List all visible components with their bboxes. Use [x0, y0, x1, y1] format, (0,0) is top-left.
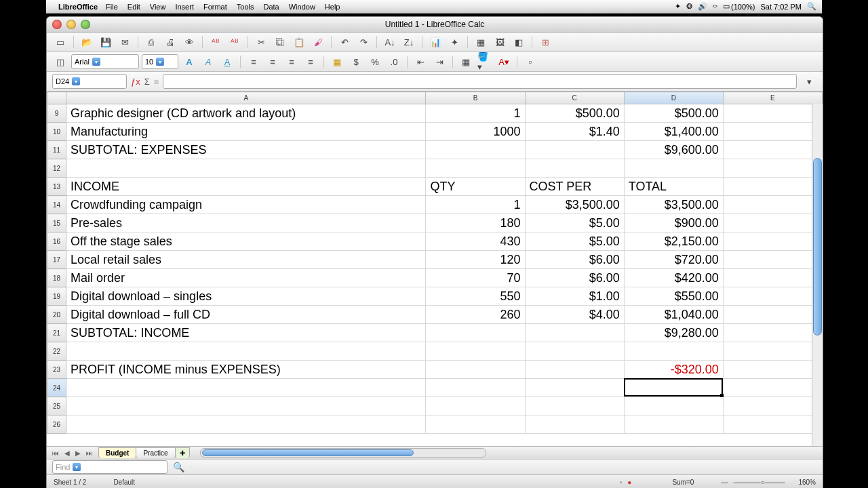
formula-input[interactable] — [163, 74, 797, 89]
row-21[interactable]: 21SUBTOTAL: INCOME$9,280.00 — [47, 324, 823, 342]
vertical-scroll-thumb[interactable] — [813, 158, 822, 336]
cell[interactable]: 1000 — [426, 123, 525, 141]
find-next-icon[interactable]: 🔍 — [173, 462, 184, 472]
cell[interactable] — [723, 361, 822, 379]
cell[interactable]: Digital download – full CD — [66, 306, 426, 324]
cell[interactable] — [426, 379, 525, 397]
cell[interactable]: Off the stage sales — [66, 232, 426, 251]
menu-window[interactable]: Window — [289, 3, 315, 11]
pdf-icon[interactable]: ⎙ — [143, 35, 159, 49]
cell[interactable]: SUBTOTAL: EXPENSES — [66, 141, 426, 159]
cell[interactable] — [723, 397, 822, 415]
cell[interactable]: INCOME — [66, 178, 426, 196]
cell[interactable]: Mail order — [66, 269, 426, 287]
spellcheck-icon[interactable]: ᴬᴮ — [208, 35, 224, 49]
cell[interactable] — [525, 159, 624, 178]
row-header[interactable]: 21 — [47, 324, 66, 342]
zoom-slider[interactable]: ————○——— — [733, 479, 785, 486]
window-titlebar[interactable]: Untitled 1 - LibreOffice Calc — [47, 17, 823, 33]
menu-edit[interactable]: Edit — [127, 3, 140, 11]
cell[interactable]: 1 — [426, 196, 525, 214]
autospell-icon[interactable]: ᴬᴮ — [226, 35, 243, 49]
number-icon[interactable]: .0 — [386, 54, 402, 69]
row-17[interactable]: 17Local retail sales120$6.00$720.00 — [47, 251, 823, 269]
chart-icon[interactable]: 📊 — [427, 35, 443, 49]
tab-nav-next-icon[interactable]: ▶ — [73, 449, 83, 457]
cell[interactable] — [525, 397, 624, 415]
cell[interactable] — [723, 196, 822, 214]
row-20[interactable]: 20Digital download – full CD260$4.00$1,0… — [47, 306, 823, 324]
row-25[interactable]: 25 — [47, 397, 823, 415]
row-header[interactable]: 22 — [47, 342, 66, 361]
fontcolor-icon[interactable]: A▾ — [496, 54, 512, 69]
cell[interactable]: 180 — [426, 214, 525, 232]
cell[interactable]: $6.00 — [525, 269, 624, 287]
clock[interactable]: Sat 7:02 PM — [760, 3, 802, 11]
row-header[interactable]: 15 — [47, 214, 66, 232]
cell[interactable]: Graphic designer (CD artwork and layout) — [66, 104, 426, 123]
cell[interactable]: $9,600.00 — [624, 141, 723, 159]
cell[interactable] — [723, 287, 822, 306]
styles-icon[interactable]: ◫ — [52, 54, 68, 69]
cell[interactable]: $720.00 — [624, 251, 723, 269]
cell[interactable]: 120 — [426, 251, 525, 269]
sort-desc-icon[interactable]: Z↓ — [401, 35, 417, 49]
font-size-combo[interactable]: 10▾ — [142, 54, 178, 69]
cell[interactable]: $5.00 — [525, 214, 624, 232]
cell[interactable] — [723, 214, 822, 232]
app-name[interactable]: LibreOffice — [58, 3, 98, 11]
sort-asc-icon[interactable]: A↓ — [382, 35, 398, 49]
row-11[interactable]: 11SUBTOTAL: EXPENSES$9,600.00 — [47, 141, 823, 159]
cell[interactable]: Manufacturing — [66, 123, 426, 141]
row-header[interactable]: 17 — [47, 251, 66, 269]
find-input[interactable]: Find▾ — [52, 460, 167, 474]
status-sheet[interactable]: Sheet 1 / 2 — [54, 479, 86, 486]
cell[interactable] — [723, 269, 822, 287]
col-header-D[interactable]: D — [624, 92, 723, 104]
email-icon[interactable]: ✉ — [117, 35, 133, 49]
cell[interactable]: $500.00 — [525, 104, 624, 123]
status-sum[interactable]: Sum=0 — [672, 479, 694, 486]
cell[interactable] — [723, 379, 822, 397]
row-10[interactable]: 10Manufacturing1000$1.40$1,400.00 — [47, 123, 823, 141]
cell[interactable] — [624, 342, 723, 361]
object-icon[interactable]: ◧ — [511, 35, 527, 49]
cell[interactable] — [525, 324, 624, 342]
sum-icon[interactable]: Σ — [144, 77, 150, 87]
inc-indent-icon[interactable]: ⇥ — [431, 54, 448, 69]
paste-icon[interactable]: 📋 — [291, 35, 307, 49]
cell[interactable] — [525, 141, 624, 159]
wifi-icon[interactable]: ⌔ — [713, 3, 717, 11]
cell[interactable] — [723, 306, 822, 324]
redo-icon[interactable]: ↷ — [355, 35, 372, 49]
row-14[interactable]: 14Crowdfunding campaign1$3,500.00$3,500.… — [47, 196, 823, 214]
battery-icon[interactable]: ▭ (100%) — [723, 2, 755, 11]
cell[interactable]: $1,040.00 — [624, 306, 723, 324]
add-sheet-icon[interactable]: ✚ — [175, 447, 190, 458]
spotlight-icon[interactable]: 🔍 — [807, 2, 816, 11]
cell[interactable] — [66, 159, 426, 178]
status-zoom[interactable]: 160% — [798, 479, 816, 486]
cell[interactable] — [723, 415, 822, 434]
cell[interactable]: Crowdfunding campaign — [66, 196, 426, 214]
cell[interactable] — [624, 379, 723, 397]
align-justify-icon[interactable]: ≡ — [302, 54, 319, 69]
cell[interactable] — [426, 141, 525, 159]
menu-help[interactable]: Help — [325, 3, 340, 11]
cell[interactable] — [525, 379, 624, 397]
horizontal-scrollbar[interactable] — [200, 448, 486, 458]
cell[interactable]: $550.00 — [624, 287, 723, 306]
status-insert-icon[interactable]: ▫ — [620, 479, 623, 486]
menu-file[interactable]: File — [106, 3, 118, 11]
row-header[interactable]: 25 — [47, 397, 66, 415]
row-22[interactable]: 22 — [47, 342, 823, 361]
align-right-icon[interactable]: ≡ — [283, 54, 300, 69]
menu-view[interactable]: View — [150, 3, 166, 11]
horizontal-scroll-thumb[interactable] — [202, 449, 414, 456]
cell[interactable]: QTY — [426, 178, 525, 196]
undo-icon[interactable]: ↶ — [336, 35, 353, 49]
row-9[interactable]: 9Graphic designer (CD artwork and layout… — [47, 104, 823, 123]
row-13[interactable]: 13INCOMEQTYCOST PERTOTAL — [47, 178, 823, 196]
row-header[interactable]: 10 — [47, 123, 66, 141]
row-18[interactable]: 18Mail order70$6.00$420.00 — [47, 269, 823, 287]
